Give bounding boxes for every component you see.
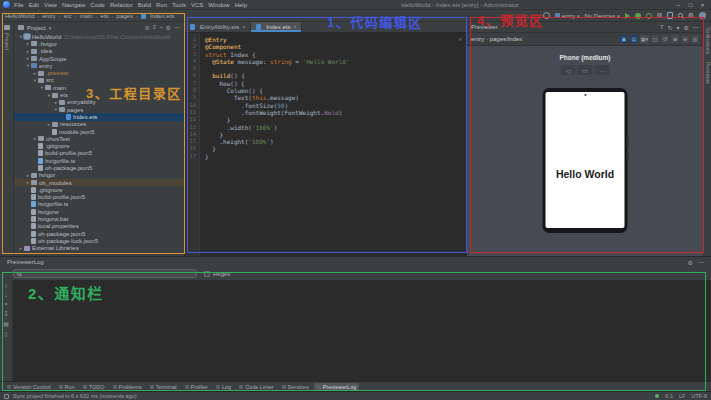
settings-icon[interactable]: ⚙	[684, 24, 689, 31]
menu-code[interactable]: Code	[91, 2, 105, 8]
close-tab-icon[interactable]: ×	[294, 24, 297, 30]
caret-position[interactable]: 6:1	[665, 393, 673, 399]
sync-icon[interactable]	[543, 12, 550, 19]
tree-row-.gitignore[interactable]: .gitignore	[14, 142, 184, 149]
tree-row-helloworld[interactable]: ▾HelloWorldD:\HarmonyOS First Course\Hel…	[14, 33, 184, 40]
right-tab-previewer[interactable]: Previewer	[705, 62, 711, 84]
run-icon[interactable]	[625, 13, 630, 19]
toolwindow-toggle-icon[interactable]	[4, 394, 9, 399]
layout-dropdown-icon[interactable]: ▦▾	[640, 35, 649, 43]
hide-icon[interactable]: —	[698, 259, 704, 266]
minimize-button[interactable]: –	[673, 0, 684, 9]
tree-row-oh-package.json5[interactable]: oh-package.json5	[14, 230, 184, 237]
tree-row-entryability[interactable]: ▸entryability	[14, 99, 184, 106]
tree-row-.gitignore[interactable]: .gitignore	[14, 186, 184, 193]
tree-row-hvigorfile.ts[interactable]: hvigorfile.ts	[14, 157, 184, 164]
breadcrumb-item[interactable]: entry	[42, 13, 55, 19]
tree-row-hvigorw.bat[interactable]: hvigorw.bat	[14, 215, 184, 222]
orientation-icon[interactable]: T	[660, 24, 664, 31]
line-separator[interactable]: LF	[679, 393, 685, 399]
menu-build[interactable]: Build	[138, 2, 151, 8]
file-encoding[interactable]: UTF-8	[691, 393, 707, 399]
device-selector[interactable]: No Devices ▾	[585, 13, 620, 19]
menu-tools[interactable]: Tools	[172, 2, 186, 8]
project-view-label[interactable]: Project	[27, 25, 46, 31]
breadcrumb-item[interactable]: ets	[101, 13, 109, 19]
toolwindow-previewerlog[interactable]: PreviewerLog	[314, 383, 360, 391]
menu-navigate[interactable]: Navigate	[62, 2, 86, 8]
close-button[interactable]: ×	[697, 0, 708, 9]
menu-vcs[interactable]: VCS	[191, 2, 203, 8]
regex-checkbox[interactable]	[204, 271, 210, 277]
tree-row-external libraries[interactable]: ▸External Libraries	[14, 245, 184, 252]
tree-row-module.json5[interactable]: module.json5	[14, 128, 184, 135]
tree-row-index.ets[interactable]: Index.ets	[14, 113, 184, 120]
breadcrumb-item[interactable]: main	[80, 13, 93, 19]
breadcrumb-item[interactable]: HelloWorld	[5, 13, 34, 19]
editor-tab-index.ets[interactable]: Index.ets×	[251, 22, 302, 32]
settings-icon[interactable]: ⚙	[688, 12, 694, 19]
toolwindow-run[interactable]: Run	[56, 383, 78, 391]
toolwindow-log[interactable]: Log	[213, 383, 234, 391]
tree-row-.preview[interactable]: ▸.preview	[14, 69, 184, 76]
maximize-button[interactable]: □	[685, 0, 696, 9]
settings-icon[interactable]: ⚙	[688, 259, 693, 266]
tree-row-main[interactable]: ▾main	[14, 84, 184, 91]
toolwindow-services[interactable]: Services	[279, 383, 312, 391]
inspect-icon[interactable]: ◎	[691, 35, 699, 43]
menu-file[interactable]: File	[14, 2, 24, 8]
close-tab-icon[interactable]: ×	[242, 24, 245, 30]
rotate-icon[interactable]: ↺	[661, 35, 669, 43]
collapse-icon[interactable]: ÷	[159, 24, 162, 31]
tree-row-hvigor[interactable]: ▸hvigor	[14, 172, 184, 179]
list-view-icon[interactable]: ▤	[630, 35, 638, 43]
grid-view-icon[interactable]: ▣	[620, 35, 628, 43]
toolwindow-code-linter[interactable]: Code Linter	[236, 383, 276, 391]
refresh-icon[interactable]: ↻	[668, 24, 673, 31]
filter-icon[interactable]: ▾	[677, 24, 680, 31]
search-icon[interactable]	[678, 13, 683, 18]
code-area[interactable]: 1234567891011121314151617 @Entry@Compone…	[185, 33, 466, 256]
tree-row-hvigorfile.ts[interactable]: hvigorfile.ts	[14, 201, 184, 208]
toolwindow-problems[interactable]: Problems	[110, 383, 145, 391]
code-text[interactable]: @Entry@Componentstruct Index { @State me…	[200, 33, 466, 256]
rotate-device-button[interactable]: ◁	[561, 65, 576, 75]
tree-row-build-profile.json5[interactable]: build-profile.json5	[14, 150, 184, 157]
toolwindow-todo[interactable]: TODO	[80, 383, 108, 391]
menu-edit[interactable]: Edit	[29, 2, 39, 8]
right-tab-notifications[interactable]: Notifications	[705, 27, 711, 54]
user-avatar-icon[interactable]	[699, 12, 706, 19]
tree-row-ets[interactable]: ▾ets	[14, 91, 184, 98]
menu-help[interactable]: Help	[235, 2, 247, 8]
hide-icon[interactable]: —	[174, 24, 180, 31]
zoom-out-icon[interactable]: ⊖	[681, 35, 689, 43]
more-options-button[interactable]: ⋯	[595, 65, 610, 75]
frame-icon[interactable]: ◻	[651, 35, 659, 43]
tree-row-.idea[interactable]: ▸.idea	[14, 48, 184, 55]
breadcrumb-item[interactable]: src	[64, 13, 72, 19]
scroll-up-icon[interactable]: ↑	[5, 283, 8, 289]
stop-icon[interactable]	[657, 13, 662, 18]
log-output[interactable]	[13, 280, 711, 381]
menu-view[interactable]: View	[44, 2, 57, 8]
profiler-icon[interactable]	[646, 13, 652, 19]
scroll-to-end-icon[interactable]: ↧	[3, 310, 8, 317]
module-selector[interactable]: entry ▾	[555, 13, 580, 19]
tree-row-build-profile.json5[interactable]: build-profile.json5	[14, 194, 184, 201]
editor-tab-entryability.ets[interactable]: EntryAbility.ets×	[185, 22, 251, 32]
breadcrumb-item[interactable]: Index.ets	[141, 13, 174, 19]
locate-icon[interactable]: ⊘	[145, 24, 150, 31]
settings-icon[interactable]: ⚙	[166, 24, 171, 31]
print-icon[interactable]: ▤	[3, 320, 9, 327]
hide-icon[interactable]: —	[693, 24, 699, 31]
breadcrumb-item[interactable]: pages	[117, 13, 133, 19]
toolwindow-terminal[interactable]: Terminal	[147, 383, 180, 391]
tree-row-.hvigor[interactable]: ▸.hvigor	[14, 40, 184, 47]
menu-refactor[interactable]: Refactor	[110, 2, 133, 8]
tree-row-hvigorw[interactable]: hvigorw	[14, 208, 184, 215]
tree-row-oh-package.json5[interactable]: oh-package.json5	[14, 164, 184, 171]
expand-icon[interactable]: ≡	[153, 24, 157, 31]
tree-row-entry[interactable]: ▾entry	[14, 62, 184, 69]
tree-row-ohostest[interactable]: ▸ohosTest	[14, 135, 184, 142]
log-search-input[interactable]	[24, 271, 193, 277]
